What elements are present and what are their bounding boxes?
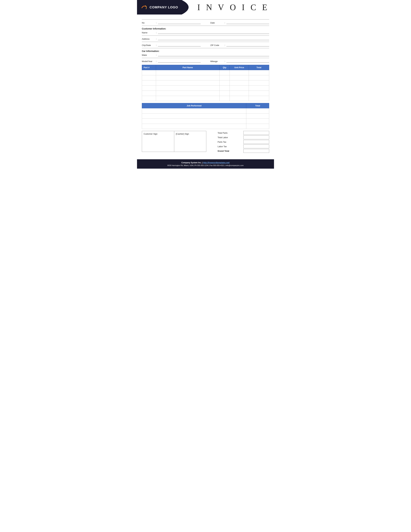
mileage-line xyxy=(226,60,269,63)
address-colon: : xyxy=(156,38,157,40)
qty-cell[interactable] xyxy=(220,70,230,75)
make-row: Make : xyxy=(142,53,269,56)
unit-price-cell[interactable] xyxy=(230,91,249,96)
no-colon: : xyxy=(156,22,157,24)
date-colon: : xyxy=(224,22,225,24)
invoice-title: I N V O I C E xyxy=(197,3,269,12)
logo-area: COMPANY LOGO xyxy=(137,0,188,15)
address-row: Address : xyxy=(142,37,269,40)
footer-link[interactable]: http://freewordtemplates.net/ xyxy=(203,162,230,164)
name-row: Name : xyxy=(142,31,269,34)
part-num-cell[interactable] xyxy=(142,80,156,86)
total-cell[interactable] xyxy=(249,86,269,91)
unit-price-cell[interactable] xyxy=(230,70,249,75)
part-name-cell[interactable] xyxy=(156,70,220,75)
part-num-cell[interactable] xyxy=(142,96,156,101)
job-row-3 xyxy=(142,124,269,129)
grand-total-label: Grand Total xyxy=(218,150,234,152)
total-parts-input[interactable] xyxy=(243,131,269,135)
col-header-part-num: Part # xyxy=(142,65,156,70)
no-label: No xyxy=(142,22,155,24)
unit-price-cell[interactable] xyxy=(230,96,249,101)
job-total-cell[interactable] xyxy=(246,108,269,114)
part-name-cell[interactable] xyxy=(156,86,220,91)
invoice-title-area: I N V O I C E xyxy=(188,0,274,15)
grand-total-input[interactable] xyxy=(243,149,269,153)
job-desc-cell[interactable] xyxy=(142,108,246,114)
make-line xyxy=(158,53,269,56)
customer-sign-box[interactable]: Customer Sign xyxy=(142,131,174,152)
city-state-group: City/State : xyxy=(142,44,201,47)
part-name-cell[interactable] xyxy=(156,80,220,86)
job-total-cell[interactable] xyxy=(246,114,269,119)
name-colon: : xyxy=(156,31,157,34)
total-labor-row: Total Labor xyxy=(218,135,269,139)
job-desc-cell[interactable] xyxy=(142,124,246,129)
col-header-part-name: Part Name xyxy=(156,65,220,70)
name-group: Name : xyxy=(142,31,269,34)
zip-group: ZIP Code : xyxy=(210,44,269,47)
cashier-sign-box[interactable]: [Cashier] Sign xyxy=(174,131,206,152)
footer: Company System Inc. | http://freewordtem… xyxy=(137,159,274,169)
date-line xyxy=(226,21,269,24)
unit-price-cell[interactable] xyxy=(230,80,249,86)
cashier-sign-label: [Cashier] Sign xyxy=(176,133,189,135)
parts-row-2 xyxy=(142,80,269,86)
name-line xyxy=(158,31,269,34)
part-name-cell[interactable] xyxy=(156,75,220,80)
qty-cell[interactable] xyxy=(220,80,230,86)
city-state-row: City/State : ZIP Code : xyxy=(142,44,269,47)
total-cell[interactable] xyxy=(249,70,269,75)
parts-row-1 xyxy=(142,75,269,80)
city-state-label: City/State xyxy=(142,44,155,47)
job-total-cell[interactable] xyxy=(246,124,269,129)
content-area: No : Date : Customer Information: Name :… xyxy=(137,15,274,156)
total-cell[interactable] xyxy=(249,80,269,86)
qty-cell[interactable] xyxy=(220,75,230,80)
parts-row-4 xyxy=(142,91,269,96)
car-info-title: Car Information: xyxy=(142,50,269,52)
zip-line xyxy=(226,44,269,47)
header: COMPANY LOGO I N V O I C E xyxy=(137,0,274,15)
part-num-cell[interactable] xyxy=(142,70,156,75)
total-parts-label: Total Parts xyxy=(218,132,234,134)
labor-tax-input[interactable] xyxy=(243,144,269,148)
unit-price-cell[interactable] xyxy=(230,75,249,80)
logo-text: COMPANY LOGO xyxy=(149,6,178,9)
zip-label: ZIP Code xyxy=(210,44,223,47)
part-num-cell[interactable] xyxy=(142,86,156,91)
parts-tax-row: Parts Tax xyxy=(218,140,269,144)
qty-cell[interactable] xyxy=(220,86,230,91)
job-total-cell[interactable] xyxy=(246,119,269,124)
job-row-1 xyxy=(142,114,269,119)
make-colon: : xyxy=(156,54,157,56)
total-cell[interactable] xyxy=(249,91,269,96)
job-desc-cell[interactable] xyxy=(142,114,246,119)
job-row-2 xyxy=(142,119,269,124)
parts-tax-input[interactable] xyxy=(243,140,269,144)
qty-cell[interactable] xyxy=(220,96,230,101)
totals-area: Total Parts Total Labor Parts Tax Labor … xyxy=(218,131,269,153)
divider-city xyxy=(142,48,269,48)
footer-line1: Company System Inc. | http://freewordtem… xyxy=(139,162,272,164)
no-line xyxy=(158,21,201,24)
col-header-total: Total xyxy=(249,65,269,70)
part-name-cell[interactable] xyxy=(156,91,220,96)
footer-company: Company System Inc. | xyxy=(181,162,203,164)
total-labor-label: Total Labor xyxy=(218,136,234,139)
col-header-unit-price: Unit Price xyxy=(230,65,249,70)
unit-price-cell[interactable] xyxy=(230,86,249,91)
address-group: Address : xyxy=(142,37,269,40)
logo-icon xyxy=(140,3,148,11)
total-cell[interactable] xyxy=(249,75,269,80)
part-num-cell[interactable] xyxy=(142,91,156,96)
qty-cell[interactable] xyxy=(220,91,230,96)
part-name-cell[interactable] xyxy=(156,96,220,101)
total-labor-input[interactable] xyxy=(243,135,269,139)
model-year-line xyxy=(158,60,201,63)
model-year-label: Model/Year xyxy=(142,60,155,63)
part-num-cell[interactable] xyxy=(142,75,156,80)
job-desc-cell[interactable] xyxy=(142,119,246,124)
total-cell[interactable] xyxy=(249,96,269,101)
zip-colon: : xyxy=(224,44,225,47)
